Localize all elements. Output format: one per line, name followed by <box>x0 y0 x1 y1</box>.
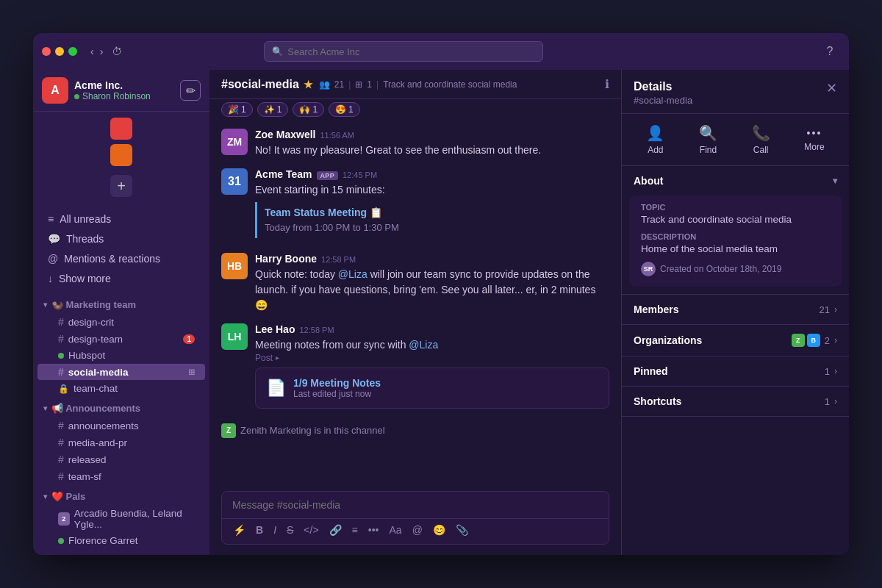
creator-avatar: SR <box>641 262 656 276</box>
info-button[interactable]: ℹ <box>605 77 609 91</box>
message-input-area: ⚡ B I S </> 🔗 ≡ ••• Aa @ 😊 📎 <box>209 484 621 555</box>
channel-released[interactable]: # released <box>37 451 205 467</box>
find-icon: 🔍 <box>699 124 717 142</box>
forward-button[interactable]: › <box>100 46 104 57</box>
details-section-shortcuts: Shortcuts 1 › <box>622 387 849 417</box>
link-btn[interactable]: 🔗 <box>326 522 345 538</box>
message-text-acme: Event starting in 15 minutes: Team Statu… <box>255 182 609 238</box>
main-content: A Acme Inc. Sharon Robinson ✏ + <box>33 70 849 555</box>
workspace-info: Acme Inc. Sharon Robinson <box>74 79 174 101</box>
sidebar-item-threads[interactable]: 💬 Threads <box>37 229 205 248</box>
channel-pals-group[interactable]: 2 Arcadio Buendia, Leland Ygle... <box>37 506 205 532</box>
close-dot[interactable] <box>42 47 51 56</box>
section-header-announcements[interactable]: ▾ 📢 Announcements <box>33 397 209 417</box>
show-more-icon: ↓ <box>48 273 53 284</box>
add-member-button[interactable]: 👤 Add <box>646 124 664 155</box>
message-input[interactable] <box>222 492 609 518</box>
code-btn[interactable]: </> <box>300 522 322 538</box>
search-icon: 🔍 <box>272 46 283 57</box>
find-button[interactable]: 🔍 Find <box>699 124 717 155</box>
post-card[interactable]: 📄 1/9 Meeting Notes Last edited just now <box>255 368 609 409</box>
shortcuts-row[interactable]: Shortcuts 1 › <box>622 387 849 416</box>
message-content-acme: Acme Team APP 12:45 PM Event starting in… <box>255 168 609 243</box>
message-text-zoe: No! It was my pleasure! Great to see the… <box>255 143 609 158</box>
organizations-row[interactable]: Organizations Z B 2 › <box>622 325 849 356</box>
more-actions-button[interactable]: ••• More <box>804 127 824 152</box>
mention-btn[interactable]: @ <box>409 522 426 538</box>
list-btn[interactable]: ≡ <box>348 522 362 538</box>
strikethrough-btn[interactable]: S <box>283 522 297 538</box>
message-harry: HB Harry Boone 12:58 PM Quick note: toda… <box>221 253 609 313</box>
zenith-bar: Z Zenith Marketing is in this channel <box>221 419 609 442</box>
sidebar-item-mentions[interactable]: @ Mentions & reactions <box>37 249 205 268</box>
italic-btn[interactable]: I <box>270 522 280 538</box>
meeting-card: Team Status Meeting 📋 Today from 1:00 PM… <box>255 202 609 238</box>
sidebar-item-all-unreads[interactable]: ≡ All unreads <box>37 209 205 229</box>
sidebar-section-announcements: ▾ 📢 Announcements # announcements # medi… <box>33 397 209 485</box>
reaction-sparkle[interactable]: ✨ 1 <box>257 102 289 117</box>
channel-media-and-pr[interactable]: # media-and-pr <box>37 434 205 451</box>
title-bar: ‹ › ⏱ 🔍 ? <box>33 33 849 70</box>
details-panel: Details #social-media ✕ 👤 Add 🔍 Find 📞 C… <box>621 70 849 555</box>
add-workspace-button[interactable]: + <box>110 175 132 197</box>
channel-design-crit[interactable]: # design-crit <box>37 314 205 330</box>
group-avatar: 2 <box>58 512 70 526</box>
star-icon: ★ <box>304 79 313 90</box>
reaction-clap[interactable]: 🙌 1 <box>293 102 324 117</box>
collapse-arrow: ▾ <box>43 492 47 501</box>
about-toggle[interactable]: About ▾ <box>622 166 849 196</box>
reaction-celebrate[interactable]: 🎉 1 <box>221 102 253 117</box>
bold-btn[interactable]: B <box>252 522 267 538</box>
channel-design-team[interactable]: # design-team 1 <box>37 331 205 347</box>
members-row[interactable]: Members 21 › <box>622 295 849 324</box>
message-content-harry: Harry Boone 12:58 PM Quick note: today @… <box>255 253 609 313</box>
channel-team-sf[interactable]: # team-sf <box>37 468 205 484</box>
channel-announcements[interactable]: # announcements <box>37 417 205 434</box>
mention-liza: @Liza <box>338 268 368 280</box>
threads-icon: 💬 <box>48 233 60 245</box>
pinned-row[interactable]: Pinned 1 › <box>622 356 849 386</box>
channel-florence[interactable]: Florence Garret <box>37 533 205 548</box>
sidebar-item-show-more[interactable]: ↓ Show more <box>37 269 205 288</box>
workspace-name: Acme Inc. <box>74 79 174 91</box>
maximize-dot[interactable] <box>68 47 77 56</box>
chat-header: #social-media ★ 👥 21 | ⊞ 1 | Track and c… <box>209 70 621 99</box>
channel-hubspot[interactable]: Hubspot <box>37 348 205 363</box>
channel-social-media[interactable]: # social-media ⊞ <box>37 364 205 380</box>
history-button[interactable]: ⏱ <box>112 46 122 57</box>
input-toolbar: ⚡ B I S </> 🔗 ≡ ••• Aa @ 😊 📎 <box>222 518 609 544</box>
attach-btn[interactable]: 📎 <box>452 522 472 538</box>
workspace-avatar: A <box>42 77 68 104</box>
lock-icon: 🔒 <box>58 384 69 394</box>
app-window: ‹ › ⏱ 🔍 ? A Acme Inc. Sharon Robinson <box>33 33 849 555</box>
channel-team-chat[interactable]: 🔒 team-chat <box>37 381 205 396</box>
created-row: SR Created on October 18th, 2019 <box>641 262 830 276</box>
call-icon: 📞 <box>752 124 770 142</box>
mentions-icon: @ <box>48 253 58 265</box>
reaction-heart-eyes[interactable]: 😍 1 <box>329 102 360 117</box>
font-btn[interactable]: Aa <box>386 522 406 538</box>
call-button[interactable]: 📞 Call <box>752 124 770 155</box>
online-dot <box>58 538 64 544</box>
close-details-button[interactable]: ✕ <box>826 80 837 96</box>
more-format-btn[interactable]: ••• <box>365 522 383 538</box>
details-title-group: Details #social-media <box>634 80 692 106</box>
back-button[interactable]: ‹ <box>90 46 94 57</box>
minimize-dot[interactable] <box>55 47 64 56</box>
lightning-btn[interactable]: ⚡ <box>229 522 249 538</box>
emoji-btn[interactable]: 😊 <box>429 522 449 538</box>
search-bar[interactable]: 🔍 <box>264 41 543 62</box>
orange-icon <box>110 144 132 166</box>
sidebar-nav: ≡ All unreads 💬 Threads @ Mentions & rea… <box>33 204 209 293</box>
compose-button[interactable]: ✏ <box>180 80 201 101</box>
chevron-right-icon: › <box>834 396 837 406</box>
search-input[interactable] <box>287 46 535 57</box>
message-zoe: ZM Zoe Maxwell 11:56 AM No! It was my pl… <box>221 129 609 158</box>
help-button[interactable]: ? <box>820 41 840 62</box>
section-header-pals[interactable]: ▾ ❤️ Pals <box>33 485 209 505</box>
acme-icon <box>110 118 132 140</box>
section-header-marketing[interactable]: ▾ 🦦 Marketing team <box>33 293 209 313</box>
hash-icon: # <box>58 316 64 328</box>
hash-icon: # <box>58 333 64 345</box>
collapse-arrow: ▾ <box>43 301 47 309</box>
